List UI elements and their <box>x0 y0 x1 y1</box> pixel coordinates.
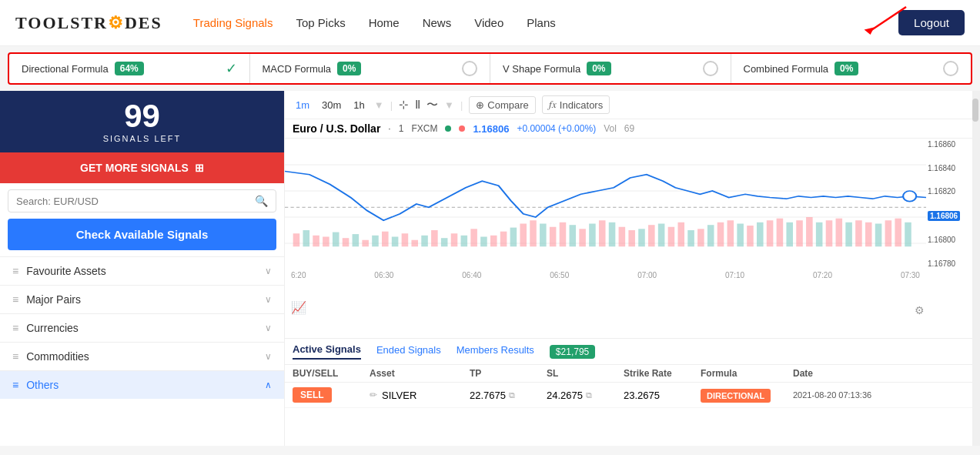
sidebar-label-commodities: Commodities <box>26 350 257 363</box>
formula-macd[interactable]: MACD Formula 0% <box>250 54 491 83</box>
svg-rect-59 <box>806 217 813 246</box>
scroll-thumb[interactable] <box>972 99 978 122</box>
svg-rect-15 <box>372 236 379 246</box>
formula-directional-label: Directional Formula <box>22 63 109 75</box>
formula-macd-badge: 0% <box>337 62 361 75</box>
tab-active-signals[interactable]: Active Signals <box>293 343 361 360</box>
chart-info-bar: Euro / U.S. Dollar · 1 FXCM 1.16806 +0.0… <box>285 119 972 139</box>
svg-marker-1 <box>865 27 875 35</box>
members-results-badge: $21,795 <box>550 345 595 359</box>
timeframe-30m[interactable]: 30m <box>319 98 344 112</box>
svg-rect-60 <box>816 222 823 246</box>
line-chart-icon[interactable]: 〜 <box>426 98 438 112</box>
nav-video[interactable]: Video <box>474 16 503 29</box>
list-icon-currencies: ≡ <box>12 322 18 334</box>
formula-macd-circle-icon <box>462 61 477 76</box>
signals-table-area: Active Signals Ended Signals Members Res… <box>285 338 972 446</box>
nav-links: Trading Signals Top Picks Home News Vide… <box>193 16 898 29</box>
search-input[interactable] <box>16 196 255 207</box>
pair-name: Euro / U.S. Dollar <box>293 122 380 135</box>
svg-rect-30 <box>520 224 527 247</box>
search-icon: 🔍 <box>255 195 268 207</box>
sidebar-label-major: Major Pairs <box>26 293 257 306</box>
svg-rect-48 <box>697 229 704 246</box>
chart-canvas: 1.16860 1.16840 1.16820 1.16806 1.16800 … <box>285 139 972 338</box>
nav-news[interactable]: News <box>423 16 452 29</box>
svg-rect-68 <box>895 219 901 247</box>
x-label-5: 07:00 <box>637 271 657 279</box>
formula-combined[interactable]: Combined Formula 0% <box>731 54 972 83</box>
formula-combined-circle-icon <box>943 61 958 76</box>
chevron-down-icon-favourite: ∨ <box>265 266 272 276</box>
scrollbar[interactable] <box>972 91 980 446</box>
sidebar-label-currencies: Currencies <box>26 322 257 334</box>
sell-badge: SELL <box>293 387 332 403</box>
svg-rect-57 <box>786 222 793 246</box>
sidebar-item-currencies[interactable]: ≡ Currencies ∨ <box>0 313 284 342</box>
svg-rect-26 <box>480 237 487 247</box>
tab-members-results[interactable]: Members Results <box>457 344 534 359</box>
nav-home[interactable]: Home <box>369 16 400 29</box>
svg-rect-42 <box>638 229 645 246</box>
fx-icon: 𝑓𝑥 <box>549 99 557 111</box>
svg-rect-64 <box>855 220 862 246</box>
price-change: +0.00004 (+0.00%) <box>517 123 596 134</box>
get-more-signals-button[interactable]: GET MORE SIGNALS ⊞ <box>0 152 284 183</box>
nav-top-picks[interactable]: Top Picks <box>296 16 345 29</box>
formula-combined-label: Combined Formula <box>744 63 829 75</box>
chart-settings-icon[interactable]: ⚙ <box>915 304 925 316</box>
indicators-button[interactable]: 𝑓𝑥 Indicators <box>542 95 610 114</box>
svg-rect-43 <box>648 225 655 246</box>
x-label-6: 07:10 <box>725 271 744 279</box>
list-icon-commodities: ≡ <box>12 350 18 363</box>
pencil-icon: ✏ <box>370 390 377 400</box>
sidebar-item-commodities[interactable]: ≡ Commodities ∨ <box>0 342 284 370</box>
vol-label: Vol <box>604 123 617 134</box>
svg-rect-7 <box>293 233 300 246</box>
y-label-4: 1.16800 <box>928 236 971 244</box>
timeframe-1m[interactable]: 1m <box>293 98 313 112</box>
nav-trading-signals[interactable]: Trading Signals <box>193 16 273 29</box>
svg-rect-18 <box>402 233 409 246</box>
col-strike-rate: Strike Rate <box>624 368 701 379</box>
row-strike-rate: 23.2675 <box>624 390 701 401</box>
svg-rect-46 <box>677 222 684 246</box>
crosshair-icon[interactable]: ⊹ <box>399 98 409 112</box>
nav-plans[interactable]: Plans <box>527 16 556 29</box>
get-more-label: GET MORE SIGNALS <box>80 162 189 174</box>
row-asset: ✏ SILVER <box>370 390 470 401</box>
logo: TOOLSTR⚙DES <box>15 13 162 33</box>
y-label-3: 1.16820 <box>928 187 971 196</box>
red-arrow-icon <box>857 4 918 35</box>
svg-rect-29 <box>510 228 517 247</box>
chevron-down-icon-commodities: ∨ <box>265 351 272 362</box>
sidebar-item-others[interactable]: ≡ Others ∧ <box>0 370 284 399</box>
svg-rect-62 <box>836 219 843 247</box>
svg-rect-23 <box>451 233 458 246</box>
svg-rect-11 <box>333 233 339 247</box>
x-label-4: 06:50 <box>550 271 569 279</box>
tab-ended-signals[interactable]: Ended Signals <box>376 344 441 359</box>
sidebar-item-major-pairs[interactable]: ≡ Major Pairs ∨ <box>0 285 284 313</box>
svg-rect-21 <box>431 230 438 246</box>
chart-area: 1m 30m 1h ▼ | ⊹ Ⅱ 〜 ▼ | ⊕ Compare 𝑓𝑥 Ind… <box>285 91 972 446</box>
sidebar-item-favourite-assets[interactable]: ≡ Favourite Assets ∨ <box>0 256 284 285</box>
check-available-signals-button[interactable]: Check Available Signals <box>8 219 276 250</box>
formula-vshape-label: V Shape Formula <box>503 63 580 75</box>
timeframe-1h[interactable]: 1h <box>350 98 367 112</box>
table-row: SELL ✏ SILVER 22.7675 ⧉ 24.2675 ⧉ 23.267… <box>285 383 972 408</box>
compare-button[interactable]: ⊕ Compare <box>469 96 535 114</box>
svg-rect-56 <box>777 219 784 247</box>
tradingview-logo: 📈 <box>291 300 306 315</box>
svg-rect-65 <box>865 222 872 246</box>
svg-rect-31 <box>530 220 537 246</box>
copy-tp-icon[interactable]: ⧉ <box>509 390 515 400</box>
svg-rect-24 <box>461 236 468 246</box>
status-dot-green <box>445 125 451 132</box>
formula-vshape[interactable]: V Shape Formula 0% <box>490 54 731 83</box>
formula-directional[interactable]: Directional Formula 64% ✓ <box>9 54 250 83</box>
copy-sl-icon[interactable]: ⧉ <box>586 390 592 400</box>
svg-rect-58 <box>796 220 803 246</box>
candlestick-icon[interactable]: Ⅱ <box>415 98 420 112</box>
x-label-3: 06:40 <box>462 271 481 279</box>
